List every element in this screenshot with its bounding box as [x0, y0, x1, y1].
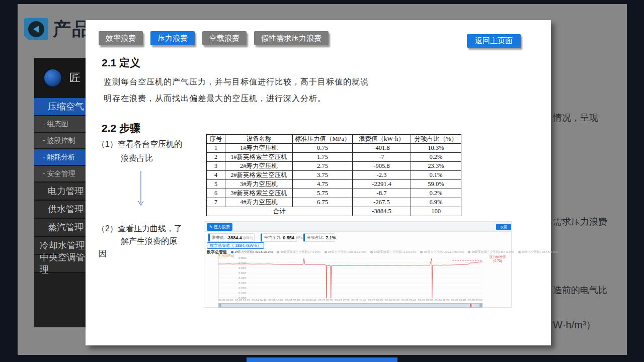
- cell-name: 2#新英格索兰空压机: [225, 171, 293, 180]
- sidebar-header: 匠: [34, 58, 87, 98]
- cell-pressure: 1.75: [293, 153, 353, 162]
- legend-dot-icon: [325, 251, 327, 253]
- sidebar-item-steam-mgmt[interactable]: 蒸汽管理: [34, 219, 87, 237]
- waste-tabs: 效率浪费 压力浪费 空载浪费 假性需求压力浪费: [99, 31, 329, 45]
- cell-no: 4: [207, 171, 225, 180]
- cell-pct: 59.0%: [411, 180, 461, 189]
- definition-line-2: 明存在浪费，从而找出偏差最大的空压机，进行深入分析。: [104, 94, 326, 104]
- x-tick-label: 02-04 14:40: [252, 299, 266, 302]
- sidebar: 匠 压缩空气 - 组态图 - 波段控制 - 能耗分析 - 安全管理 电力管理 供…: [34, 58, 87, 324]
- pressure-curve-screenshot: ✎ 压力浪费 设置 浪费值: -3884.4 (kW·h) 平均压力: 0.55…: [204, 221, 512, 308]
- table-total-row: 合计 -3884.5 100: [207, 207, 461, 216]
- sidebar-item-compressed-air[interactable]: 压缩空气: [34, 98, 87, 116]
- legend-item: 3#寿力空压机(-2291.4,59.0%): [420, 250, 464, 254]
- standard-value-annotation: 压力标准值 (0.75): [484, 255, 511, 263]
- back-button[interactable]: [24, 18, 48, 40]
- step-1-line-2: 浪费占比: [121, 153, 153, 164]
- cell-pct: 0.2%: [411, 153, 461, 162]
- cell-no: 7: [207, 198, 225, 207]
- x-tick-label: 02-11 20:00: [318, 299, 333, 302]
- back-icon: [28, 21, 44, 37]
- cell-no: 5: [207, 180, 225, 189]
- cell-no: 6: [207, 189, 225, 198]
- x-tick-label: 02-22 16:00: [418, 299, 433, 302]
- stat-label: 浪费值:: [212, 235, 225, 240]
- cell-pressure: 3.75: [293, 171, 353, 180]
- step-2-line-3: 因: [99, 249, 107, 259]
- scrollbar-event-mark: [470, 304, 471, 307]
- table-row: 42#新英格索兰空压机3.75-2.30.1%: [207, 171, 461, 180]
- screenshot-pressure-tab: ✎ 压力浪费: [207, 223, 232, 231]
- col-header-pct: 分项占比（%）: [411, 135, 461, 144]
- sidebar-item-config-diagram[interactable]: - 组态图: [34, 116, 87, 133]
- sidebar-item-water-mgmt[interactable]: 供水管理: [34, 201, 87, 219]
- stat-sub-pct: 分项占比: 7.1%: [303, 233, 335, 242]
- x-tick-label: 02-26 06:40: [451, 299, 466, 302]
- stat-label: 分项占比:: [307, 235, 324, 240]
- tab-pressure-waste[interactable]: 压力浪费: [150, 31, 195, 45]
- col-header-no: 序号: [207, 135, 225, 144]
- cell-waste: -7: [353, 153, 411, 162]
- cell-name: 3#新英格索兰空压机: [225, 189, 293, 198]
- sidebar-logo-text: 匠: [69, 70, 80, 85]
- stat-label: 平均压力:: [264, 235, 281, 240]
- legend-dot-icon: [277, 251, 279, 253]
- x-tick-label: 02-24 11:20: [435, 299, 449, 302]
- stat-unit: MPa: [296, 236, 302, 239]
- pipe-total-chip: 数字总管道（-3884.4kW·h）: [207, 242, 264, 249]
- definition-heading: 2.1 定义: [102, 56, 140, 70]
- legend-item: 3#新英格索兰空压机(-8.7,0.2%): [468, 250, 514, 254]
- cell-pressure: 0.75: [293, 144, 353, 153]
- tab-efficiency-waste[interactable]: 效率浪费: [99, 31, 143, 45]
- legend-item: 4#寿力空压机(-267.5,6.9%): [518, 250, 558, 254]
- legend-item: 2#寿力空压机(-905.8,23.3%): [325, 250, 366, 254]
- cell-waste: -401.8: [353, 144, 411, 153]
- cell-name: 4#寿力空压机: [225, 198, 293, 207]
- cell-waste: -2.3: [353, 171, 411, 180]
- sidebar-item-safety-mgmt[interactable]: - 安全管理: [34, 166, 87, 183]
- sidebar-logo-icon: [43, 68, 62, 87]
- cell-pressure: 5.75: [293, 189, 353, 198]
- cell-no: 1: [207, 144, 225, 153]
- cutoff-text-2: 需求压力浪费: [553, 216, 607, 228]
- tab-noload-waste[interactable]: 空载浪费: [202, 31, 247, 45]
- cell-name: 1#寿力空压机: [225, 144, 293, 153]
- cell-pct: 10.3%: [411, 144, 461, 153]
- cell-total-pct: 100: [411, 207, 461, 216]
- x-tick-label: 02-10 00:40: [301, 299, 316, 302]
- table-header-row: 序号 设备名称 标准压力值（MPa） 浪费值（kW·h） 分项占比（%）: [207, 135, 461, 144]
- step-2-line-1: （2）查看压力曲线，了: [97, 224, 182, 234]
- screenshot-header: [204, 222, 511, 232]
- col-header-name: 设备名称: [225, 135, 293, 144]
- col-header-waste: 浪费值（kW·h）: [353, 135, 411, 144]
- tab-false-demand-pressure-waste[interactable]: 假性需求压力浪费: [254, 31, 329, 45]
- cutoff-text-1: 情况，呈现: [553, 112, 598, 124]
- sidebar-item-power-mgmt[interactable]: 电力管理: [34, 183, 87, 201]
- screenshot-settings-button: 设置: [496, 224, 511, 230]
- cell-pct: 23.3%: [411, 162, 461, 171]
- cell-name: 1#新英格索兰空压机: [225, 153, 293, 162]
- return-home-button[interactable]: 返回主页面: [467, 34, 521, 48]
- x-tick-label: 02-01 00:00: [218, 299, 233, 302]
- pressure-line-chart: [218, 258, 482, 298]
- cutoff-text-3: 造前的电气比: [553, 284, 607, 296]
- cell-waste: -905.8: [353, 162, 411, 171]
- x-tick-label: 02-28 02:00: [468, 299, 482, 302]
- cell-total-label: 合计: [207, 207, 353, 216]
- x-axis-ticks: 02-01 00:0002-02 19:2002-04 14:4002-06 1…: [218, 299, 482, 302]
- sidebar-item-band-control[interactable]: - 波段控制: [34, 133, 87, 149]
- waste-detail-panel: 效率浪费 压力浪费 空载浪费 假性需求压力浪费 返回主页面 2.1 定义 监测每…: [86, 20, 551, 345]
- screenshot-tab-label: 压力浪费: [214, 224, 230, 230]
- chart-legend: 数字总管道 1#寿力空压机(-401.8,10.3%) 1#新英格索兰空压机(-…: [207, 250, 510, 254]
- footer-accent-bar: [247, 357, 397, 362]
- cell-pct: 0.1%: [411, 171, 461, 180]
- scrollbar-handle-left: [219, 304, 221, 307]
- sidebar-item-central-ac-mgmt[interactable]: 中央空调管理: [34, 255, 87, 273]
- table-row: 63#新英格索兰空压机5.75-8.70.2%: [207, 189, 461, 198]
- legend-item: 2#新英格索兰空压机(-2.3,0.1%): [370, 250, 416, 254]
- sidebar-item-energy-analysis[interactable]: - 能耗分析: [34, 149, 87, 166]
- table-row: 21#新英格索兰空压机1.75-70.2%: [207, 153, 461, 162]
- x-tick-label: 02-06 10:00: [268, 299, 283, 302]
- waste-table: 序号 设备名称 标准压力值（MPa） 浪费值（kW·h） 分项占比（%） 11#…: [206, 134, 461, 216]
- definition-line-1: 监测每台空压机的产气压力，并与目标值进行比较，高于目标值的就说: [104, 77, 369, 87]
